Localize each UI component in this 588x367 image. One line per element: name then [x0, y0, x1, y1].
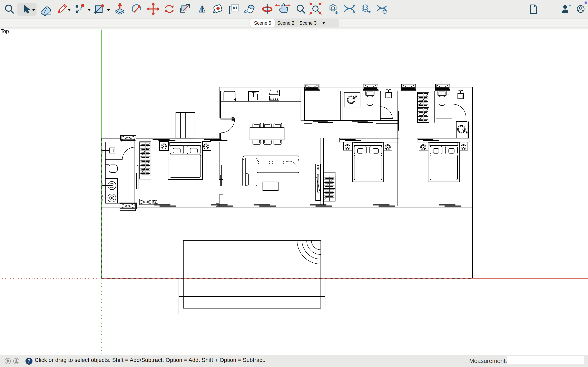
svg-text:?: ?	[27, 358, 30, 364]
svg-text:A1: A1	[232, 6, 238, 10]
